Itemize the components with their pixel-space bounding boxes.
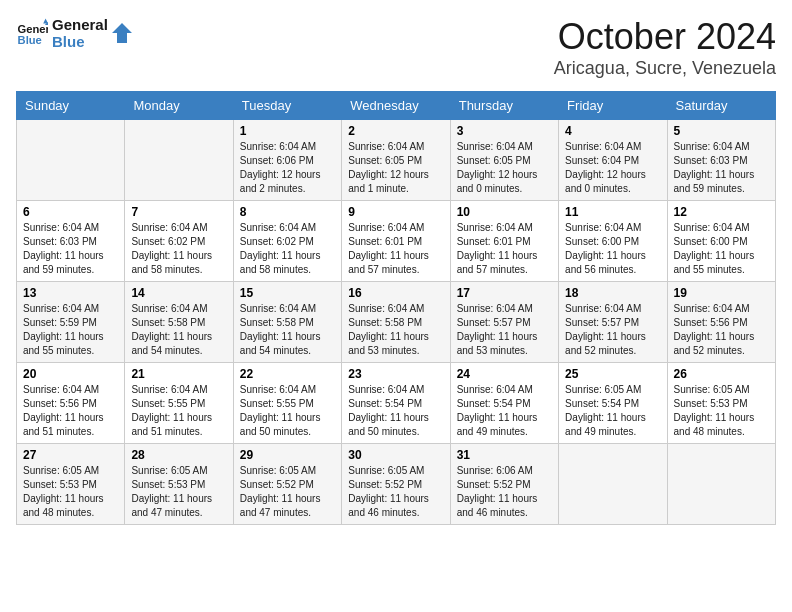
day-number: 28 [131, 448, 226, 462]
day-number: 13 [23, 286, 118, 300]
calendar-cell: 28Sunrise: 6:05 AM Sunset: 5:53 PM Dayli… [125, 444, 233, 525]
calendar-cell: 21Sunrise: 6:04 AM Sunset: 5:55 PM Dayli… [125, 363, 233, 444]
day-info: Sunrise: 6:04 AM Sunset: 6:02 PM Dayligh… [131, 221, 226, 277]
logo-arrow-icon [112, 23, 132, 43]
day-number: 8 [240, 205, 335, 219]
svg-text:General: General [18, 23, 48, 35]
day-number: 9 [348, 205, 443, 219]
day-number: 25 [565, 367, 660, 381]
day-info: Sunrise: 6:04 AM Sunset: 5:55 PM Dayligh… [240, 383, 335, 439]
day-number: 31 [457, 448, 552, 462]
day-number: 11 [565, 205, 660, 219]
day-info: Sunrise: 6:04 AM Sunset: 6:05 PM Dayligh… [348, 140, 443, 196]
svg-marker-4 [112, 23, 132, 43]
calendar-cell [17, 120, 125, 201]
day-number: 12 [674, 205, 769, 219]
weekday-header-friday: Friday [559, 92, 667, 120]
logo-general: General [52, 16, 108, 33]
calendar-cell: 10Sunrise: 6:04 AM Sunset: 6:01 PM Dayli… [450, 201, 558, 282]
logo-blue: Blue [52, 33, 108, 50]
calendar-cell: 26Sunrise: 6:05 AM Sunset: 5:53 PM Dayli… [667, 363, 775, 444]
day-number: 22 [240, 367, 335, 381]
calendar-cell: 4Sunrise: 6:04 AM Sunset: 6:04 PM Daylig… [559, 120, 667, 201]
day-info: Sunrise: 6:05 AM Sunset: 5:52 PM Dayligh… [240, 464, 335, 520]
day-number: 24 [457, 367, 552, 381]
day-info: Sunrise: 6:05 AM Sunset: 5:53 PM Dayligh… [131, 464, 226, 520]
location-title: Aricagua, Sucre, Venezuela [554, 58, 776, 79]
calendar-cell: 8Sunrise: 6:04 AM Sunset: 6:02 PM Daylig… [233, 201, 341, 282]
day-number: 15 [240, 286, 335, 300]
day-info: Sunrise: 6:04 AM Sunset: 6:02 PM Dayligh… [240, 221, 335, 277]
calendar-cell: 14Sunrise: 6:04 AM Sunset: 5:58 PM Dayli… [125, 282, 233, 363]
day-info: Sunrise: 6:04 AM Sunset: 6:05 PM Dayligh… [457, 140, 552, 196]
weekday-header-wednesday: Wednesday [342, 92, 450, 120]
logo-icon: General Blue [16, 17, 48, 49]
day-info: Sunrise: 6:04 AM Sunset: 5:56 PM Dayligh… [674, 302, 769, 358]
calendar-cell [559, 444, 667, 525]
day-info: Sunrise: 6:04 AM Sunset: 6:01 PM Dayligh… [348, 221, 443, 277]
day-number: 1 [240, 124, 335, 138]
day-info: Sunrise: 6:06 AM Sunset: 5:52 PM Dayligh… [457, 464, 552, 520]
calendar-cell: 6Sunrise: 6:04 AM Sunset: 6:03 PM Daylig… [17, 201, 125, 282]
calendar-cell: 19Sunrise: 6:04 AM Sunset: 5:56 PM Dayli… [667, 282, 775, 363]
day-number: 23 [348, 367, 443, 381]
day-info: Sunrise: 6:04 AM Sunset: 5:58 PM Dayligh… [131, 302, 226, 358]
calendar-cell: 27Sunrise: 6:05 AM Sunset: 5:53 PM Dayli… [17, 444, 125, 525]
day-info: Sunrise: 6:04 AM Sunset: 6:03 PM Dayligh… [674, 140, 769, 196]
day-info: Sunrise: 6:05 AM Sunset: 5:53 PM Dayligh… [23, 464, 118, 520]
day-info: Sunrise: 6:04 AM Sunset: 5:59 PM Dayligh… [23, 302, 118, 358]
day-number: 16 [348, 286, 443, 300]
calendar-week-4: 20Sunrise: 6:04 AM Sunset: 5:56 PM Dayli… [17, 363, 776, 444]
calendar-cell: 11Sunrise: 6:04 AM Sunset: 6:00 PM Dayli… [559, 201, 667, 282]
weekday-header-sunday: Sunday [17, 92, 125, 120]
day-number: 17 [457, 286, 552, 300]
title-block: October 2024 Aricagua, Sucre, Venezuela [554, 16, 776, 79]
calendar-cell [125, 120, 233, 201]
calendar-cell: 15Sunrise: 6:04 AM Sunset: 5:58 PM Dayli… [233, 282, 341, 363]
day-number: 30 [348, 448, 443, 462]
day-info: Sunrise: 6:04 AM Sunset: 6:04 PM Dayligh… [565, 140, 660, 196]
day-info: Sunrise: 6:04 AM Sunset: 6:00 PM Dayligh… [565, 221, 660, 277]
calendar-cell: 24Sunrise: 6:04 AM Sunset: 5:54 PM Dayli… [450, 363, 558, 444]
svg-text:Blue: Blue [18, 34, 42, 46]
day-info: Sunrise: 6:04 AM Sunset: 5:58 PM Dayligh… [240, 302, 335, 358]
calendar-cell: 3Sunrise: 6:04 AM Sunset: 6:05 PM Daylig… [450, 120, 558, 201]
calendar-cell: 16Sunrise: 6:04 AM Sunset: 5:58 PM Dayli… [342, 282, 450, 363]
weekday-header-saturday: Saturday [667, 92, 775, 120]
calendar-cell: 1Sunrise: 6:04 AM Sunset: 6:06 PM Daylig… [233, 120, 341, 201]
day-number: 20 [23, 367, 118, 381]
calendar-cell: 12Sunrise: 6:04 AM Sunset: 6:00 PM Dayli… [667, 201, 775, 282]
day-number: 6 [23, 205, 118, 219]
calendar-cell: 2Sunrise: 6:04 AM Sunset: 6:05 PM Daylig… [342, 120, 450, 201]
calendar-cell: 17Sunrise: 6:04 AM Sunset: 5:57 PM Dayli… [450, 282, 558, 363]
day-number: 2 [348, 124, 443, 138]
day-number: 27 [23, 448, 118, 462]
weekday-header-thursday: Thursday [450, 92, 558, 120]
day-info: Sunrise: 6:04 AM Sunset: 5:54 PM Dayligh… [457, 383, 552, 439]
day-info: Sunrise: 6:04 AM Sunset: 6:00 PM Dayligh… [674, 221, 769, 277]
calendar-week-2: 6Sunrise: 6:04 AM Sunset: 6:03 PM Daylig… [17, 201, 776, 282]
weekday-header-tuesday: Tuesday [233, 92, 341, 120]
day-number: 26 [674, 367, 769, 381]
calendar-cell: 20Sunrise: 6:04 AM Sunset: 5:56 PM Dayli… [17, 363, 125, 444]
day-number: 5 [674, 124, 769, 138]
day-number: 18 [565, 286, 660, 300]
calendar-week-5: 27Sunrise: 6:05 AM Sunset: 5:53 PM Dayli… [17, 444, 776, 525]
calendar-cell: 5Sunrise: 6:04 AM Sunset: 6:03 PM Daylig… [667, 120, 775, 201]
day-number: 29 [240, 448, 335, 462]
day-info: Sunrise: 6:04 AM Sunset: 6:03 PM Dayligh… [23, 221, 118, 277]
day-number: 3 [457, 124, 552, 138]
calendar-cell: 31Sunrise: 6:06 AM Sunset: 5:52 PM Dayli… [450, 444, 558, 525]
day-info: Sunrise: 6:04 AM Sunset: 6:01 PM Dayligh… [457, 221, 552, 277]
calendar-body: 1Sunrise: 6:04 AM Sunset: 6:06 PM Daylig… [17, 120, 776, 525]
calendar-cell: 30Sunrise: 6:05 AM Sunset: 5:52 PM Dayli… [342, 444, 450, 525]
calendar-week-3: 13Sunrise: 6:04 AM Sunset: 5:59 PM Dayli… [17, 282, 776, 363]
weekday-header-monday: Monday [125, 92, 233, 120]
logo: General Blue General Blue [16, 16, 132, 50]
calendar-cell: 18Sunrise: 6:04 AM Sunset: 5:57 PM Dayli… [559, 282, 667, 363]
day-number: 19 [674, 286, 769, 300]
day-info: Sunrise: 6:04 AM Sunset: 5:57 PM Dayligh… [565, 302, 660, 358]
calendar-week-1: 1Sunrise: 6:04 AM Sunset: 6:06 PM Daylig… [17, 120, 776, 201]
calendar-cell: 25Sunrise: 6:05 AM Sunset: 5:54 PM Dayli… [559, 363, 667, 444]
calendar-cell: 29Sunrise: 6:05 AM Sunset: 5:52 PM Dayli… [233, 444, 341, 525]
